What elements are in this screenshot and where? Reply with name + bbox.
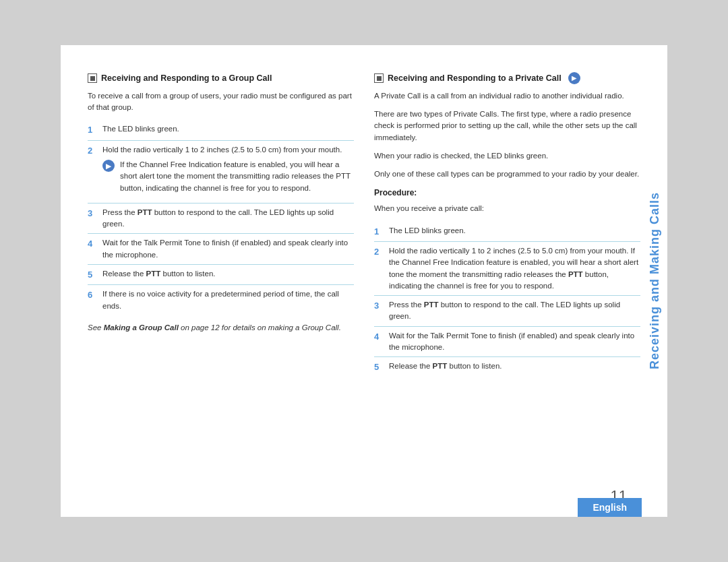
left-section-title: Receiving and Responding to a Group Call [88,72,354,85]
step-item: 3 Press the PTT button to respond to the… [88,204,354,235]
sidebar-tab: Receiving and Making Calls [642,45,667,517]
note-icon: ▶ [102,160,115,172]
private-call-icon-box [374,73,384,83]
document-page: Receiving and Responding to a Group Call… [61,45,667,517]
right-intro-4: Only one of these call types can be prog… [374,168,640,180]
step-item: 5 Release the PTT button to listen. [374,357,640,377]
step-item: 2 Hold the radio vertically 1 to 2 inche… [374,242,640,296]
language-badge: English [578,498,642,517]
right-intro-1: A Private Call is a call from an individ… [374,90,640,102]
step-item: 4 Wait for the Talk Permit Tone to finis… [88,234,354,265]
procedure-intro: When you receive a private call: [374,203,640,214]
step-item: 3 Press the PTT button to respond to the… [374,296,640,327]
content-area: Receiving and Responding to a Group Call… [88,72,640,476]
step-item: 4 Wait for the Talk Permit Tone to finis… [374,327,640,358]
procedure-label: Procedure: [374,187,640,199]
right-step-list: 1 The LED blinks green. 2 Hold the radio… [374,222,640,377]
right-intro-2: There are two types of Private Calls. Th… [374,108,640,144]
note-box: ▶ If the Channel Free Indication feature… [102,156,354,199]
step-item: 2 Hold the radio vertically 1 to 2 inche… [88,141,354,204]
see-also: See Making a Group Call on page 12 for d… [88,322,354,334]
left-column: Receiving and Responding to a Group Call… [88,72,354,476]
right-section-title: Receiving and Responding to a Private Ca… [374,72,640,85]
step-item: 6 If there is no voice activity for a pr… [88,285,354,315]
private-call-badge-icon: ▶ [568,72,580,84]
left-step-list: 1 The LED blinks green. 2 Hold the radio… [88,120,354,315]
group-call-icon [88,73,97,83]
step-item: 5 Release the PTT button to listen. [88,265,354,286]
step-item: 1 The LED blinks green. [88,120,354,141]
sidebar-label: Receiving and Making Calls [648,192,662,369]
left-intro: To receive a call from a group of users,… [88,90,354,114]
right-column: Receiving and Responding to a Private Ca… [374,72,640,476]
right-intro-3: When your radio is checked, the LED blin… [374,150,640,162]
step-item: 1 The LED blinks green. [374,222,640,243]
